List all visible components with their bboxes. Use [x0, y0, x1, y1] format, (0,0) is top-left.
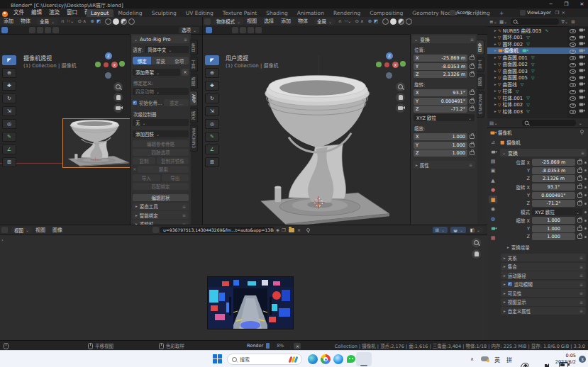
animate-dot[interactable]: [584, 227, 587, 230]
image-name-field[interactable]: u=936797513,1430443269&fm...t=auto&app=1…: [160, 227, 274, 233]
lock-icon[interactable]: [470, 107, 475, 111]
pan-view-button[interactable]: [396, 93, 405, 102]
image-menu-item[interactable]: 图像: [49, 226, 66, 235]
sidebar-tab[interactable]: 条目: [477, 40, 484, 55]
outliner-row[interactable]: ▸ 圆环.002: [487, 40, 588, 47]
prop-section-header[interactable]: 集合≡: [501, 263, 586, 271]
tab-texture-icon[interactable]: ▦: [489, 234, 497, 242]
workspace-tab[interactable]: UV Editing: [182, 9, 218, 17]
start-button[interactable]: [213, 354, 222, 363]
snap-magnet-icon[interactable]: ∩: [338, 18, 342, 24]
match-button[interactable]: 重定...: [164, 99, 189, 106]
rig-type-select[interactable]: 四足动物: [133, 88, 189, 95]
viewport-main[interactable]: 物体模式 视图选择添加物体 全局 ∩ ∷⌄ ⊙ ∧ ⊕ ◩ ◤⊕✚↻⇲◎✎∠⊞: [203, 17, 488, 225]
sidebar-toggle-arrow[interactable]: ›: [1, 237, 4, 243]
axis-z-neg-ball[interactable]: [105, 72, 111, 79]
filter-dropdown-icon[interactable]: ⌄: [579, 120, 582, 126]
value-field[interactable]: Y-8.0353 m: [414, 63, 467, 70]
open-folder-icon[interactable]: [289, 228, 294, 232]
hide-eye-icon[interactable]: [570, 28, 576, 33]
tab-viewlayer-icon[interactable]: ▣: [489, 167, 497, 175]
image-editor[interactable]: 视图 视图图像 u=936797513,1430443269&fm...t=au…: [0, 225, 487, 341]
expand-arrow-icon[interactable]: ▸: [494, 96, 497, 100]
render-visibility-icon[interactable]: [579, 62, 584, 65]
hide-eye-icon[interactable]: [570, 89, 576, 94]
camera-frame[interactable]: [62, 118, 131, 168]
lock-icon[interactable]: [577, 176, 582, 181]
rotate-icon[interactable]: ↻: [2, 94, 16, 103]
workspace-tab[interactable]: Layout: [87, 9, 113, 17]
lock-icon[interactable]: [577, 227, 582, 231]
animate-dot[interactable]: [584, 220, 587, 222]
lock-icon[interactable]: [470, 72, 475, 77]
arp-tab[interactable]: 蒙皮: [151, 57, 170, 64]
tool-opt-icon-1[interactable]: [29, 27, 35, 33]
axis-z-ball[interactable]: Z: [105, 52, 112, 60]
pan-view-button[interactable]: [113, 93, 123, 102]
value-field[interactable]: X93.1°: [414, 89, 467, 96]
tray-date[interactable]: 2023/6/2: [549, 359, 576, 365]
value-field[interactable]: 1.000: [532, 233, 575, 240]
proportional-edit-icon[interactable]: ⊙: [355, 18, 358, 24]
gizmo-toggle-icon[interactable]: ⊕: [91, 18, 94, 24]
duplicate-button[interactable]: 复制: [133, 157, 155, 164]
tab-constraints-icon[interactable]: ◉: [489, 205, 497, 213]
lock-icon[interactable]: [577, 169, 582, 173]
workspace-tab[interactable]: Animation: [293, 9, 328, 17]
value-field[interactable]: X-25.869 m: [414, 55, 467, 62]
animate-dot[interactable]: [584, 203, 587, 205]
sidebar-tab[interactable]: 条目: [190, 40, 198, 55]
viewport-menu-item[interactable]: 物体: [294, 17, 311, 26]
menu-item[interactable]: 渲染: [45, 9, 63, 17]
outliner-row[interactable]: ▸ 曲面圆.003: [487, 67, 588, 74]
zoom-view-button[interactable]: [113, 82, 123, 91]
editor-type-icon[interactable]: ▤⌄: [489, 120, 498, 126]
armature-clear-icon[interactable]: ×: [182, 69, 189, 76]
value-field[interactable]: Y0.000491°: [414, 98, 467, 105]
sidebar-tab[interactable]: 视图: [477, 74, 484, 89]
edge-icon[interactable]: [308, 354, 318, 364]
overlays-toggle-icon[interactable]: ◩: [374, 18, 378, 24]
transform-panel-header[interactable]: 变换≡: [500, 149, 587, 157]
render-visibility-icon[interactable]: [579, 103, 584, 106]
value-field[interactable]: X1.000: [414, 133, 467, 140]
animate-dot[interactable]: [584, 169, 587, 171]
render-visibility-icon[interactable]: [579, 35, 584, 38]
value-field[interactable]: 2.1326 m: [532, 175, 575, 182]
match-rig-button[interactable]: 匹配绑定: [133, 183, 189, 190]
active-tool-icon[interactable]: [206, 27, 212, 33]
pin-icon[interactable]: [580, 130, 584, 133]
expand-arrow-icon[interactable]: ▸: [494, 82, 497, 86]
proportional-falloff-icon[interactable]: ∧: [360, 18, 364, 24]
axis-y-ball[interactable]: [95, 62, 101, 67]
hide-eye-icon[interactable]: [570, 102, 576, 108]
sidebar-tab[interactable]: 绑定: [190, 108, 198, 123]
tab-render-icon[interactable]: [489, 148, 497, 156]
mode-select[interactable]: 物体模式: [213, 18, 243, 25]
outliner-search-input[interactable]: [511, 18, 559, 25]
expand-arrow-icon[interactable]: ▸: [494, 55, 497, 60]
outliner-row[interactable]: ▸ NURBS 曲线.003: [487, 27, 588, 34]
render-visibility-icon[interactable]: [579, 29, 584, 32]
lock-icon[interactable]: [470, 135, 475, 139]
tab-output-icon[interactable]: ▤: [489, 157, 497, 165]
scene-unlink-icon[interactable]: ×: [482, 10, 485, 16]
tray-time[interactable]: 0:05: [555, 353, 576, 358]
tab-scene-icon[interactable]: ▲: [489, 176, 497, 184]
hide-eye-icon[interactable]: [570, 55, 576, 60]
menu-item[interactable]: 文件: [10, 9, 28, 17]
euler-mode-select[interactable]: XYZ 欧拉: [414, 114, 475, 121]
workspace-tab[interactable]: Modeling: [114, 9, 147, 17]
shading-rendered-icon[interactable]: [128, 18, 135, 25]
breadcrumb-object[interactable]: 摄像机: [498, 129, 512, 136]
taskbar-search[interactable]: 搜索: [227, 354, 302, 365]
axis-z-neg-ball[interactable]: [386, 72, 392, 79]
camera-view-button[interactable]: [396, 103, 405, 113]
unlink-image-icon[interactable]: ×: [297, 227, 301, 233]
render-visibility-icon[interactable]: [579, 96, 584, 99]
value-field[interactable]: Y1.000: [414, 142, 467, 149]
viewport-menu-item[interactable]: 视图: [243, 17, 260, 26]
viewlayer-new-icon[interactable]: ❐: [555, 10, 560, 16]
value-field[interactable]: -25.869 m: [532, 159, 575, 166]
mode-select[interactable]: 视图: [11, 227, 32, 233]
